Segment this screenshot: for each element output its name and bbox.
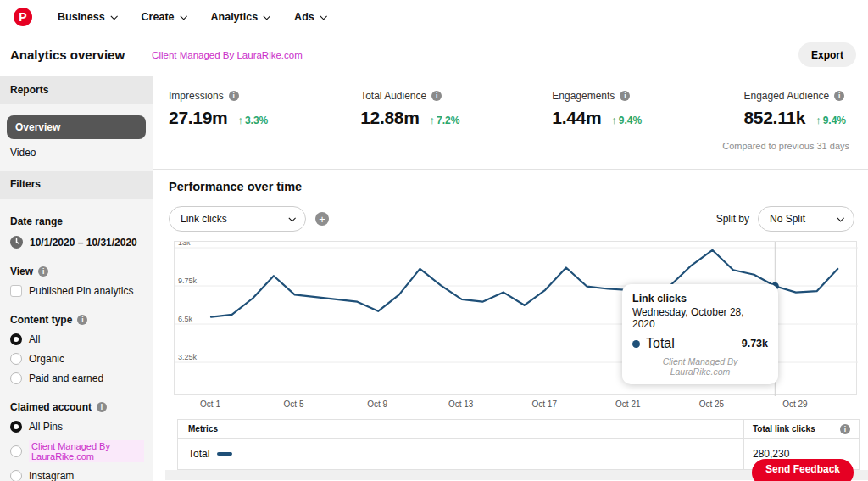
up-arrow-icon: ↑ [430, 114, 436, 126]
radio-content-all[interactable]: All [10, 333, 144, 345]
radio-selected-icon [10, 421, 22, 433]
main-content: Impressionsi 27.19m ↑3.3% Total Audience… [153, 76, 868, 481]
pinterest-logo-icon[interactable]: P [14, 8, 32, 26]
radio-instagram[interactable]: Instagram [10, 470, 144, 481]
top-nav: P Business Create Analytics Ads [0, 0, 868, 34]
metric-value: 852.11k [743, 108, 805, 128]
tooltip-footnote: Client Managed By LauraRike.com [632, 356, 768, 377]
info-icon[interactable]: i [77, 315, 87, 325]
series-color-swatch [217, 452, 232, 456]
x-axis-tick-label: Oct 25 [699, 400, 724, 409]
content-type-filter-label: Content type i [10, 314, 144, 326]
tooltip-series-name: Total [646, 336, 675, 351]
split-dropdown[interactable]: No Split [758, 206, 854, 232]
chart-x-axis-labels: Oct 1Oct 5Oct 9Oct 13Oct 17Oct 21Oct 25O… [174, 395, 857, 411]
add-metric-button[interactable]: + [315, 212, 329, 226]
nav-item-business[interactable]: Business [58, 11, 116, 23]
up-arrow-icon: ↑ [815, 114, 821, 126]
metric-value: 1.44m [552, 108, 601, 128]
page-title: Analytics overview [10, 48, 125, 62]
metric-value: 12.88m [360, 108, 419, 128]
sidebar: Reports Overview Video Filters Date rang… [0, 76, 153, 481]
date-range-label: Date range [10, 215, 144, 227]
info-icon[interactable]: i [840, 424, 850, 434]
pinterest-analytics-page: P Business Create Analytics Ads Analytic… [0, 0, 868, 481]
metric-delta: ↑7.2% [430, 114, 460, 126]
chevron-down-icon [264, 13, 270, 20]
sidebar-item-overview[interactable]: Overview [7, 115, 146, 139]
info-icon[interactable]: i [97, 402, 107, 412]
chart-plot-area[interactable]: 13k9.75k6.5k3.25k Link clicks Wednesday,… [174, 241, 857, 395]
radio-client-managed[interactable]: Client Managed By LauraRike.com [10, 440, 144, 462]
export-button[interactable]: Export [798, 42, 856, 67]
metric-delta: ↑3.3% [237, 114, 268, 126]
info-icon[interactable]: i [38, 266, 48, 277]
x-axis-tick-label: Oct 21 [615, 400, 640, 409]
info-icon[interactable]: i [229, 91, 239, 101]
metric-value: 27.19m [169, 108, 227, 128]
nav-item-ads[interactable]: Ads [294, 11, 326, 23]
chevron-down-icon [320, 13, 326, 20]
nav-item-label: Create [142, 11, 175, 23]
metric-card-engaged-audience: Engaged Audiencei 852.11k ↑9.4% [743, 90, 846, 169]
tooltip-value: 9.73k [742, 338, 768, 350]
nav-item-create[interactable]: Create [142, 11, 186, 23]
nav-item-label: Ads [294, 11, 314, 23]
clock-icon [10, 236, 23, 249]
filters-section-header: Filters [0, 171, 153, 199]
metric-card-impressions: Impressionsi 27.19m ↑3.3% [169, 90, 360, 169]
performance-chart[interactable]: 13k9.75k6.5k3.25k Link clicks Wednesday,… [174, 241, 857, 411]
series-dot-icon [632, 340, 640, 348]
up-arrow-icon: ↑ [611, 114, 617, 126]
metric-delta: ↑9.4% [611, 114, 642, 126]
radio-all-pins[interactable]: All Pins [10, 421, 144, 433]
info-icon[interactable]: i [431, 91, 442, 101]
metric-card-engagements: Engagementsi 1.44m ↑9.4% [552, 90, 743, 169]
claimed-account-filter-label: Claimed account i [10, 401, 144, 413]
nav-item-label: Business [58, 11, 105, 23]
metrics-summary: Impressionsi 27.19m ↑3.3% Total Audience… [153, 76, 868, 170]
svg-text:3.25k: 3.25k [178, 353, 198, 361]
checkbox-published-pin-analytics[interactable]: Published Pin analytics [10, 285, 144, 297]
tooltip-date: Wednesday, October 28, 2020 [632, 306, 768, 330]
x-axis-tick-label: Oct 1 [200, 400, 220, 409]
page-header: Analytics overview Client Managed By Lau… [0, 34, 868, 76]
radio-icon [10, 353, 22, 365]
performance-section: Performance over time Link clicks + Spli… [153, 170, 868, 480]
table-header-total-link-clicks: Total link clicks i [743, 420, 859, 438]
metric-dropdown[interactable]: Link clicks [169, 206, 306, 232]
checkbox-icon [10, 285, 22, 297]
x-axis-tick-label: Oct 9 [367, 400, 387, 409]
up-arrow-icon: ↑ [237, 114, 243, 126]
chevron-down-icon [837, 215, 843, 221]
radio-content-paid-earned[interactable]: Paid and earned [10, 372, 144, 384]
sidebar-item-video[interactable]: Video [7, 139, 146, 160]
nav-item-label: Analytics [211, 11, 259, 23]
table-header-row: Metrics Total link clicks i [178, 420, 859, 439]
radio-selected-icon [10, 333, 22, 345]
nav-item-analytics[interactable]: Analytics [211, 11, 270, 23]
split-by-label: Split by [716, 213, 749, 225]
radio-content-organic[interactable]: Organic [10, 353, 144, 365]
x-axis-tick-label: Oct 17 [532, 400, 557, 409]
reports-section-header: Reports [0, 76, 153, 104]
info-icon[interactable]: i [834, 91, 844, 101]
svg-text:6.5k: 6.5k [178, 315, 193, 323]
info-icon[interactable]: i [620, 91, 630, 101]
svg-text:9.75k: 9.75k [178, 277, 198, 285]
table-cell-metric: Total [178, 439, 743, 469]
performance-title: Performance over time [169, 180, 868, 193]
chart-controls: Link clicks + Split by No Split [169, 206, 868, 232]
chevron-down-icon [180, 13, 186, 20]
radio-icon [10, 372, 22, 384]
send-feedback-button[interactable]: Send Feedback [752, 459, 854, 481]
radio-icon [10, 445, 22, 457]
x-axis-tick-label: Oct 5 [284, 400, 304, 409]
date-range-value[interactable]: 10/1/2020 – 10/31/2020 [10, 236, 144, 249]
x-axis-tick-label: Oct 29 [782, 400, 807, 409]
tooltip-title: Link clicks [632, 293, 768, 305]
comparison-note: Compared to previous 31 days [722, 141, 849, 151]
chevron-down-icon [288, 215, 295, 221]
x-axis-tick-label: Oct 13 [448, 400, 473, 409]
chevron-down-icon [110, 13, 117, 20]
